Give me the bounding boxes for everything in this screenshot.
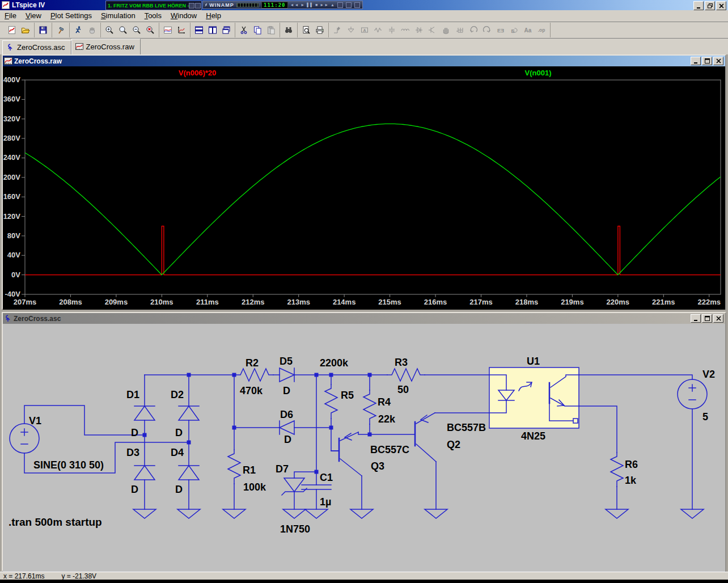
- zoom-out-button[interactable]: [130, 23, 143, 37]
- schematic-label-r5[interactable]: R5: [341, 390, 354, 401]
- schematic-label-q3[interactable]: Q3: [371, 461, 384, 472]
- tab-zerocross.asc[interactable]: ZeroCross.asc: [2, 40, 71, 54]
- schematic-minimize-button[interactable]: [691, 314, 701, 323]
- schematic-close-button[interactable]: [713, 314, 723, 323]
- find-button[interactable]: [282, 23, 295, 37]
- waveform-maximize-button[interactable]: [702, 57, 712, 65]
- zoom-in-button[interactable]: [103, 23, 116, 37]
- schematic-label-d[interactable]: D: [283, 385, 290, 396]
- winamp-main-shade[interactable]: WINAMP 111:20 ◄◄ ► ▌▌ ■ ►► ▲: [202, 1, 363, 9]
- menu-simulation[interactable]: Simulation: [96, 11, 140, 21]
- schematic-label-d7[interactable]: D7: [276, 463, 289, 475]
- playlist-shade-button[interactable]: [189, 3, 194, 9]
- schematic-label-d6[interactable]: D6: [280, 409, 293, 420]
- schematic-label-4n25[interactable]: 4N25: [521, 430, 545, 442]
- schematic-label-q2[interactable]: Q2: [447, 439, 460, 450]
- winamp-transport-buttons[interactable]: ◄◄ ► ▌▌ ■ ►► ▲: [290, 3, 335, 7]
- minimize-button[interactable]: [693, 1, 704, 10]
- trace-label-Vn00620[interactable]: V(n006)*20: [179, 69, 216, 77]
- winamp-playlist-shade[interactable]: 1. FRITZ VOM RBB LIVE HÖREN - WWW.FRITZ.…: [105, 1, 202, 10]
- menu-file[interactable]: File: [0, 11, 21, 21]
- schematic-label-v1[interactable]: V1: [29, 415, 41, 426]
- component-D6[interactable]: [280, 421, 294, 434]
- schematic-label-r6[interactable]: R6: [625, 459, 638, 470]
- waveform-plot-surface[interactable]: 400V360V320V280V240V200V160V120V80V40V0V…: [3, 66, 725, 310]
- schematic-window-title-bar[interactable]: ZeroCross.asc: [3, 313, 725, 324]
- schematic-label-2200k[interactable]: 2200k: [320, 357, 349, 369]
- menu-help[interactable]: Help: [201, 11, 226, 21]
- schematic-label-r4[interactable]: R4: [378, 396, 391, 408]
- restore-button[interactable]: [705, 1, 715, 10]
- schematic-label-tran500mstartup[interactable]: .tran 500m startup: [9, 516, 102, 528]
- component-D2[interactable]: [179, 406, 199, 420]
- winamp-shade-button[interactable]: [346, 2, 352, 8]
- schematic-label-d1[interactable]: D1: [126, 389, 139, 400]
- schematic-surface[interactable]: V1SINE(0 310 50).tran 500m startupD1DD3D…: [3, 324, 725, 572]
- schematic-label-d4[interactable]: D4: [171, 447, 184, 458]
- waveform-plot[interactable]: 400V360V320V280V240V200V160V120V80V40V0V…: [3, 66, 725, 310]
- trace-green[interactable]: [25, 124, 721, 274]
- menu-window[interactable]: Window: [166, 11, 201, 21]
- schematic-label-v2[interactable]: V2: [702, 369, 715, 380]
- run-button[interactable]: [71, 23, 85, 37]
- zoom-undo-button[interactable]: [143, 23, 157, 37]
- component-D1[interactable]: [134, 406, 155, 420]
- copy-button[interactable]: [251, 23, 264, 37]
- cut-button[interactable]: [237, 23, 251, 37]
- winamp-minimize-button[interactable]: [337, 2, 343, 8]
- pan-axes-button[interactable]: [175, 23, 188, 37]
- component-V1[interactable]: [10, 424, 39, 453]
- autorange-button[interactable]: [161, 23, 175, 37]
- component-U1[interactable]: [489, 367, 579, 428]
- schematic-label-22k[interactable]: 22k: [378, 413, 396, 425]
- winamp-seek-slider[interactable]: [236, 3, 259, 7]
- component-Q3[interactable]: [331, 432, 362, 476]
- schematic-label-r2[interactable]: R2: [246, 357, 259, 369]
- close-button[interactable]: [716, 1, 726, 10]
- schematic-label-r3[interactable]: R3: [395, 357, 408, 368]
- zoom-extents-button[interactable]: [116, 23, 130, 37]
- menu-plot-settings[interactable]: Plot Settings: [46, 11, 96, 21]
- print-button[interactable]: [313, 23, 327, 37]
- component-R4[interactable]: [363, 390, 376, 424]
- component-D4[interactable]: [179, 466, 199, 480]
- schematic-label-d3[interactable]: D3: [126, 447, 139, 458]
- print-preview-button[interactable]: [299, 23, 313, 37]
- component-R5[interactable]: [325, 385, 337, 419]
- schematic-label-470k[interactable]: 470k: [240, 385, 263, 396]
- component-R2[interactable]: [236, 369, 273, 381]
- waveform-close-button[interactable]: [713, 57, 723, 65]
- schematic-label-d[interactable]: D: [175, 484, 183, 495]
- component-Q2[interactable]: [415, 413, 436, 462]
- tile-vertical-button[interactable]: [206, 23, 219, 37]
- schematic-label-d5[interactable]: D5: [280, 356, 293, 367]
- winamp-close-button[interactable]: [354, 2, 360, 8]
- schematic-label-50[interactable]: 50: [397, 384, 409, 395]
- schematic-label-1k[interactable]: 1k: [625, 475, 637, 486]
- waveform-minimize-button[interactable]: [691, 57, 701, 65]
- schematic-label-5[interactable]: 5: [702, 411, 708, 423]
- component-R1[interactable]: [228, 450, 240, 484]
- schematic-label-r1[interactable]: R1: [243, 464, 256, 476]
- menu-tools[interactable]: Tools: [140, 11, 166, 21]
- open-button[interactable]: [19, 23, 32, 37]
- schematic-label-100k[interactable]: 100k: [243, 481, 266, 493]
- schematic-label-1n750[interactable]: 1N750: [280, 523, 310, 535]
- waveform-window-title-bar[interactable]: ZeroCross.raw: [3, 56, 725, 66]
- schematic-label-u1[interactable]: U1: [527, 356, 540, 367]
- trace-label-Vn001[interactable]: V(n001): [525, 69, 552, 77]
- control-panel-button[interactable]: [54, 23, 67, 37]
- trace-red[interactable]: [25, 226, 721, 275]
- cascade-button[interactable]: [219, 23, 233, 37]
- component-R6[interactable]: [611, 453, 623, 487]
- wires[interactable]: [24, 375, 692, 509]
- schematic-label-1[interactable]: 1µ: [320, 496, 331, 508]
- schematic-label-bc557b[interactable]: BC557B: [447, 422, 486, 433]
- schematic-label-d[interactable]: D: [131, 427, 138, 438]
- component-D5[interactable]: [280, 368, 294, 382]
- schematic-label-d[interactable]: D: [284, 434, 291, 445]
- schematic-maximize-button[interactable]: [702, 314, 712, 323]
- tab-zerocross.raw[interactable]: ZeroCross.raw: [71, 39, 141, 54]
- schematic-label-c1[interactable]: C1: [320, 472, 333, 483]
- playlist-close-button[interactable]: [195, 3, 201, 9]
